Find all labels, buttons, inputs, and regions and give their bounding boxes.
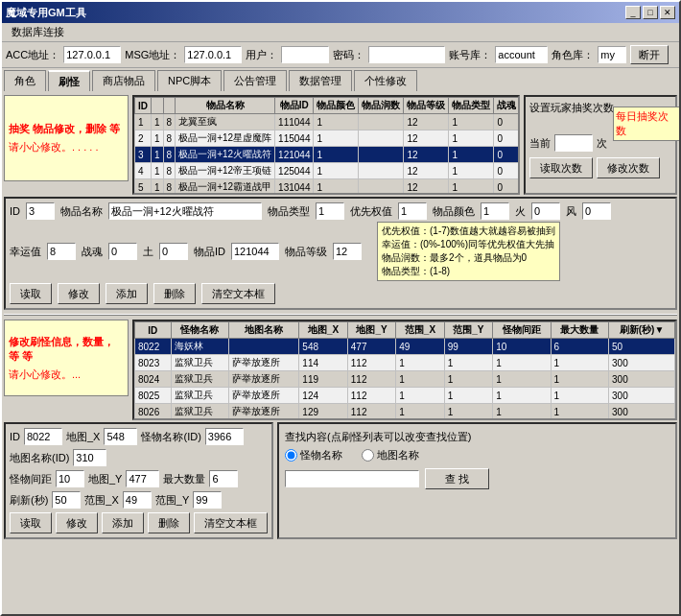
- search-input[interactable]: [285, 470, 419, 487]
- earth-field[interactable]: [159, 243, 188, 260]
- mrangey-field[interactable]: [193, 491, 222, 509]
- color-label: 物品颜色: [433, 204, 475, 219]
- mform-row1: ID 地图_X 怪物名称(ID) 地图名称(ID): [10, 428, 268, 466]
- tab-shop[interactable]: 商店物品: [92, 70, 155, 91]
- user-input[interactable]: [281, 46, 329, 63]
- table-row[interactable]: 8023 监狱卫兵 萨举放逐所 114 112 1 1 1 1 300: [135, 355, 675, 371]
- lottery-current-input[interactable]: [554, 134, 593, 152]
- window-title: 魔域专用GM工具: [6, 6, 86, 20]
- mform-buttons: 读取 修改 添加 删除 清空文本框: [10, 512, 268, 533]
- table-row[interactable]: 3 1 8 极品一洞+12火曜战符 121044 1 12 1 0 0 0: [135, 147, 519, 163]
- mdist-field[interactable]: [56, 470, 84, 487]
- luck-field[interactable]: [47, 243, 76, 260]
- role-input[interactable]: [598, 46, 626, 63]
- col-id: ID: [135, 98, 152, 114]
- item-modify-button[interactable]: 修改: [58, 283, 100, 304]
- mform-row3: 刷新(秒) 范围_X 范围_Y: [10, 491, 268, 509]
- mmonster-field[interactable]: [205, 428, 244, 445]
- table-row[interactable]: 4 1 8 极品一洞+12帝王项链 125044 1 12 1 0 0 0: [135, 163, 519, 179]
- monster-table: ID 怪物名称 地图名称 地图_X 地图_Y 范围_X 范围_Y 怪物间距 最大…: [134, 321, 675, 418]
- item-clear-button[interactable]: 清空文本框: [201, 283, 275, 304]
- items-table-scroll[interactable]: ID 物品名称 物品ID 物品颜色 物品润数 物品等级 物品类型 战魂 火: [134, 97, 518, 193]
- mrefresh-label: 刷新(秒): [10, 493, 48, 508]
- monster-table-container: ID 怪物名称 地图名称 地图_X 地图_Y 范围_X 范围_Y 怪物间距 最大…: [132, 320, 677, 420]
- col-itemid: 物品ID: [275, 98, 314, 114]
- mmapx-field[interactable]: [104, 428, 137, 445]
- tab-bar: 角色 刷怪 商店物品 NPC脚本 公告管理 数据管理 个性修改: [4, 70, 677, 91]
- table-row[interactable]: 8022 海妖林 548 477 49 99 10 6 50: [135, 339, 675, 355]
- tab-role[interactable]: 角色: [4, 70, 46, 91]
- item-id-field[interactable]: [26, 202, 55, 220]
- mmax-field[interactable]: [209, 470, 238, 487]
- tab-announce[interactable]: 公告管理: [223, 70, 287, 91]
- daily-hint: 每日抽奖次数: [613, 107, 679, 141]
- soul-field[interactable]: [108, 243, 137, 260]
- connect-button[interactable]: 断开: [630, 45, 669, 64]
- monster-read-button[interactable]: 读取: [10, 512, 52, 533]
- color-field[interactable]: [481, 202, 509, 220]
- item-name-field[interactable]: [108, 202, 262, 220]
- mrefresh-field[interactable]: [52, 491, 81, 509]
- col-soul: 战魂: [494, 98, 518, 114]
- warning2-line1: 修改刷怪信息，数量，等 等: [9, 335, 124, 364]
- menu-database[interactable]: 数据库连接: [6, 24, 70, 40]
- main-content: 角色 刷怪 商店物品 NPC脚本 公告管理 数据管理 个性修改 抽奖 物品修改，…: [2, 68, 679, 614]
- items-table-container: ID 物品名称 物品ID 物品颜色 物品润数 物品等级 物品类型 战魂 火: [132, 95, 520, 195]
- wind-field[interactable]: [582, 202, 611, 220]
- acc-input[interactable]: [63, 46, 121, 63]
- tab-personal[interactable]: 个性修改: [354, 70, 417, 91]
- monster-modify-button[interactable]: 修改: [56, 512, 98, 533]
- mcol-rx: 范围_X: [396, 322, 444, 339]
- radio-map[interactable]: [362, 449, 374, 462]
- table-row[interactable]: 1 1 8 龙翼至疯 111044 1 12 1 0 0 0: [135, 114, 519, 130]
- col-c2: [163, 98, 176, 114]
- toolbar: ACC地址： MSG地址： 用户： 密码： 账号库： 角色库： 断开: [2, 42, 679, 68]
- monster-table-scroll[interactable]: ID 怪物名称 地图名称 地图_X 地图_Y 范围_X 范围_Y 怪物间距 最大…: [134, 321, 675, 418]
- pwd-input[interactable]: [368, 46, 445, 63]
- mid-field[interactable]: [24, 428, 62, 445]
- item-itemid-field[interactable]: [231, 243, 279, 260]
- current-label: 当前: [529, 136, 551, 151]
- lottery-read-button[interactable]: 读取次数: [529, 157, 593, 178]
- search-radio-row: 怪物名称 地图名称: [285, 448, 669, 462]
- priority-field[interactable]: [398, 202, 427, 220]
- table-row[interactable]: 2 1 8 极品一洞+12星虚魔阵 115044 1 12 1 0 0 0: [135, 130, 519, 147]
- search-button[interactable]: 查 找: [425, 468, 489, 489]
- item-add-button[interactable]: 添加: [106, 283, 148, 304]
- minimize-button[interactable]: _: [625, 6, 641, 19]
- table-row[interactable]: 5 1 8 极品一洞+12霸道战甲 131044 1 12 1 0 0 0: [135, 179, 519, 194]
- item-delete-button[interactable]: 删除: [153, 283, 196, 304]
- msg-input[interactable]: [184, 46, 242, 63]
- mmapname-field[interactable]: [73, 449, 106, 466]
- tab-npc[interactable]: NPC脚本: [157, 70, 222, 91]
- priority-label: 优先权值: [350, 204, 392, 219]
- mmonster-label: 怪物名称(ID): [141, 430, 200, 444]
- tab-refresh[interactable]: 刷怪: [48, 70, 90, 91]
- mcol-x: 地图_X: [299, 322, 347, 339]
- role-label: 角色库：: [552, 48, 594, 62]
- close-button[interactable]: ✕: [660, 6, 675, 19]
- radio-monster-label: 怪物名称: [285, 448, 342, 462]
- item-type-field[interactable]: [316, 202, 344, 220]
- tab-data[interactable]: 数据管理: [289, 70, 352, 91]
- monster-add-button[interactable]: 添加: [102, 512, 144, 533]
- monster-clear-button[interactable]: 清空文本框: [194, 512, 268, 533]
- separator1: [4, 314, 677, 316]
- radio-monster[interactable]: [285, 449, 297, 462]
- item-form-buttons: 读取 修改 添加 删除 清空文本框: [10, 283, 671, 304]
- mmax-label: 最大数量: [163, 472, 205, 486]
- mrangex-field[interactable]: [123, 491, 152, 509]
- lottery-modify-button[interactable]: 修改次数: [597, 157, 660, 178]
- table-row[interactable]: 8024 监狱卫兵 萨举放逐所 119 112 1 1 1 1 300: [135, 371, 675, 388]
- acc-label: ACC地址：: [6, 48, 59, 62]
- mcol-ry: 范围_Y: [444, 322, 492, 339]
- table-row[interactable]: 8026 监狱卫兵 萨举放逐所 129 112 1 1 1 1 300: [135, 404, 675, 419]
- item-read-button[interactable]: 读取: [10, 283, 52, 304]
- db-input[interactable]: [495, 46, 548, 63]
- fire-field[interactable]: [531, 202, 560, 220]
- mmapy-field[interactable]: [126, 470, 159, 487]
- table-row[interactable]: 8025 监狱卫兵 萨举放逐所 124 112 1 1 1 1 300: [135, 388, 675, 404]
- maximize-button[interactable]: □: [643, 6, 658, 19]
- monster-delete-button[interactable]: 删除: [148, 512, 190, 533]
- grade-field[interactable]: [333, 243, 362, 260]
